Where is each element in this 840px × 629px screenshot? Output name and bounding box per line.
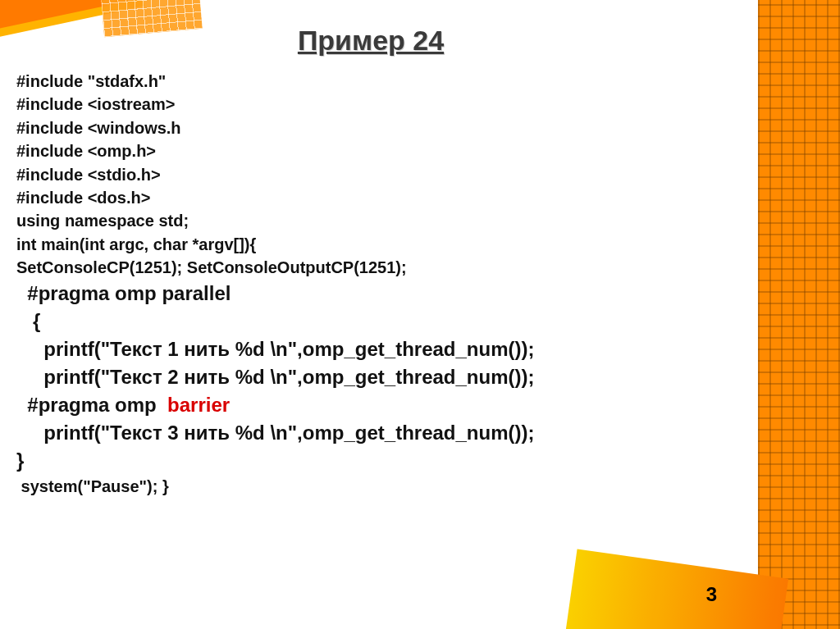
code-line: } [16, 447, 725, 475]
code-line: #pragma omp barrier [16, 391, 725, 419]
code-line: #include <dos.h> [16, 186, 725, 209]
code-line: #include <omp.h> [16, 139, 725, 162]
code-line: #include "stdafx.h" [16, 70, 725, 93]
slide-title: Пример 24 [16, 25, 725, 57]
code-line: #include <iostream> [16, 93, 725, 116]
code-line: printf("Текст 1 нить %d \n",omp_get_thre… [16, 335, 725, 363]
keyword-barrier: barrier [167, 394, 230, 416]
code-line: #include <stdio.h> [16, 163, 725, 186]
code-line: SetConsoleCP(1251); SetConsoleOutputCP(1… [16, 256, 725, 279]
code-line: int main(int argc, char *argv[]){ [16, 233, 725, 256]
code-line: system("Pause"); } [16, 475, 725, 498]
code-line: #include <windows.h [16, 116, 725, 139]
code-line: { [16, 308, 725, 335]
code-line: printf("Текст 2 нить %d \n",omp_get_thre… [16, 363, 725, 391]
slide: Пример 24 #include "stdafx.h" #include <… [0, 0, 840, 629]
decor-bottom-right [564, 549, 788, 629]
decor-right-grid [758, 0, 840, 629]
code-line: printf("Текст 3 нить %d \n",omp_get_thre… [16, 419, 725, 447]
slide-content: Пример 24 #include "stdafx.h" #include <… [16, 25, 725, 498]
code-line: #pragma omp parallel [16, 280, 725, 308]
code-line: using namespace std; [16, 209, 725, 232]
code-text: #pragma omp [16, 394, 167, 416]
code-block: #include "stdafx.h" #include <iostream> … [16, 70, 725, 498]
page-number: 3 [706, 583, 717, 606]
